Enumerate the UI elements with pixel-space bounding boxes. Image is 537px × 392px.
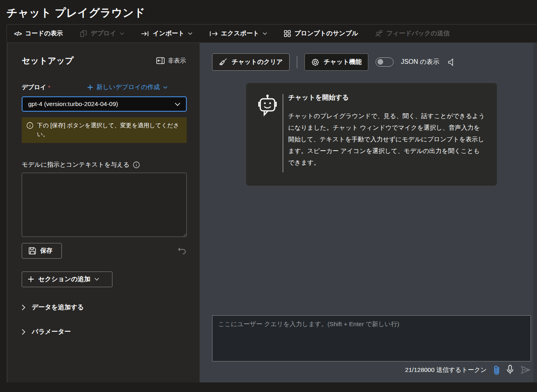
chat-toolbar: チャットのクリア チャット機能 JSON の表示 bbox=[212, 53, 531, 71]
chat-features-button[interactable]: チャット機能 bbox=[304, 53, 368, 71]
plus-icon bbox=[28, 276, 34, 282]
chat-panel: チャットのクリア チャット機能 JSON の表示 bbox=[200, 43, 537, 382]
grid-icon bbox=[284, 30, 291, 37]
welcome-body: チャットのプレイグラウンドで、見る、聞く、話すことができるようになりました。チャ… bbox=[288, 110, 486, 169]
show-json-toggle[interactable] bbox=[376, 57, 394, 67]
collapse-panel-icon bbox=[156, 57, 165, 64]
save-button[interactable]: 保存 bbox=[22, 243, 62, 259]
deploy-button: デプロイ bbox=[73, 24, 131, 43]
chat-input-status-row: 21/128000 送信するトークン bbox=[212, 361, 531, 378]
command-bar: </> コードの表示 デプロイ インポート エクスポート プロンプトのサンプル bbox=[6, 24, 537, 43]
send-button[interactable] bbox=[521, 365, 531, 375]
info-icon bbox=[133, 161, 140, 168]
export-icon bbox=[209, 31, 217, 37]
app-body: セットアップ 非表示 デプロイ * 新しいデプロイの作成 gpt-4 (vers… bbox=[0, 43, 537, 382]
export-button[interactable]: エクスポート bbox=[202, 24, 274, 43]
import-icon bbox=[141, 31, 149, 37]
chat-history-empty-space bbox=[212, 186, 531, 315]
parameters-expander[interactable]: パラメーター bbox=[22, 328, 186, 336]
save-icon bbox=[29, 247, 36, 255]
setup-panel: セットアップ 非表示 デプロイ * 新しいデプロイの作成 gpt-4 (vers… bbox=[7, 43, 200, 382]
microphone-icon bbox=[506, 365, 514, 375]
deployment-select-value: gpt-4 (version:turbo-2024-04-09) bbox=[28, 100, 118, 108]
chat-bot-icon bbox=[257, 94, 278, 116]
clear-chat-button[interactable]: チャットのクリア bbox=[212, 53, 290, 71]
welcome-card: チャットを開始する チャットのプレイグラウンドで、見る、聞く、話すことができるよ… bbox=[246, 83, 497, 186]
scrollbar-track[interactable] bbox=[533, 43, 537, 382]
gear-icon bbox=[311, 58, 319, 66]
send-icon bbox=[521, 365, 531, 375]
chevron-down-icon bbox=[94, 278, 99, 281]
toolbar-divider bbox=[297, 56, 297, 68]
deployment-select[interactable]: gpt-4 (version:turbo-2024-04-09) bbox=[22, 96, 187, 112]
chevron-down-icon bbox=[263, 32, 267, 35]
hide-panel-button[interactable]: 非表示 bbox=[156, 57, 186, 65]
show-json-label: JSON の表示 bbox=[401, 58, 439, 66]
import-button[interactable]: インポート bbox=[134, 24, 200, 43]
plus-icon bbox=[87, 84, 93, 90]
system-message-textarea[interactable] bbox=[22, 173, 187, 237]
chevron-down-icon bbox=[188, 32, 192, 35]
add-section-button[interactable]: セクションの追加 bbox=[22, 272, 112, 287]
chevron-down-icon bbox=[163, 86, 167, 89]
required-marker: * bbox=[48, 84, 50, 91]
instructions-label: モデルに指示とコンテキストを与える bbox=[22, 161, 130, 169]
info-icon bbox=[27, 122, 33, 129]
token-counter: 21/128000 送信するトークン bbox=[405, 366, 487, 374]
user-query-input[interactable] bbox=[212, 315, 531, 361]
send-feedback-button: フィードバックの送信 bbox=[368, 24, 457, 43]
paperclip-icon bbox=[494, 365, 500, 375]
create-new-deployment-link[interactable]: 新しいデプロイの作成 bbox=[87, 83, 167, 92]
broom-icon bbox=[219, 58, 227, 66]
undo-button[interactable] bbox=[177, 246, 187, 255]
show-code-button[interactable]: </> コードの表示 bbox=[7, 24, 70, 43]
chevron-down-icon bbox=[175, 102, 180, 106]
feedback-icon bbox=[375, 30, 383, 37]
setup-title: セットアップ bbox=[22, 55, 74, 66]
undo-icon bbox=[177, 246, 187, 255]
save-warning-message: 下の [保存] ボタンを選択して、変更を適用してください。 bbox=[22, 117, 187, 143]
prompt-samples-button[interactable]: プロンプトのサンプル bbox=[277, 24, 365, 43]
chevron-right-icon bbox=[22, 329, 25, 335]
deploy-icon bbox=[80, 30, 87, 37]
page-title: チャット プレイグラウンド bbox=[6, 6, 537, 20]
speaker-icon bbox=[447, 58, 456, 67]
toggle-knob bbox=[378, 59, 383, 65]
speaker-button[interactable] bbox=[447, 58, 456, 67]
page-header: チャット プレイグラウンド bbox=[0, 0, 537, 24]
deploy-field-label: デプロイ bbox=[22, 84, 46, 91]
chevron-right-icon bbox=[22, 304, 25, 310]
welcome-title: チャットを開始する bbox=[288, 93, 486, 102]
code-icon: </> bbox=[14, 30, 22, 37]
attach-file-button[interactable] bbox=[494, 365, 500, 375]
voice-input-button[interactable] bbox=[506, 365, 514, 375]
chevron-down-icon bbox=[120, 32, 124, 35]
add-your-data-expander[interactable]: データを追加する bbox=[22, 303, 186, 312]
